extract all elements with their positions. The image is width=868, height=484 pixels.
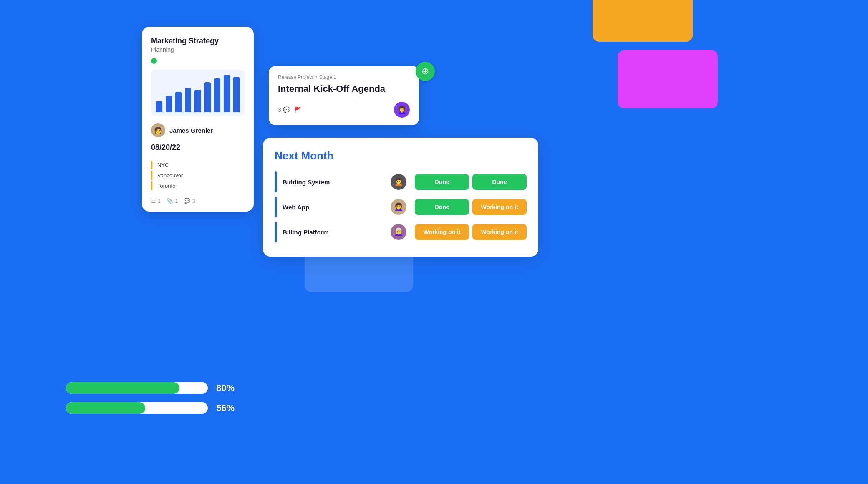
card-footer: ☰ 1 📎 1 💬 3	[151, 198, 245, 204]
attachments-icon: 📎 1	[167, 198, 178, 204]
bar-6	[204, 82, 211, 112]
row-name-bidding: Bidding System	[283, 179, 391, 186]
avatar-bidding: 🧑‍🦱	[391, 174, 406, 190]
location-list: NYC Vancouver Toronto	[151, 161, 245, 190]
progress-item-80: 80%	[66, 382, 235, 394]
card-subtitle: Planning	[151, 46, 245, 53]
location-nyc: NYC	[151, 161, 245, 169]
progress-section: 80% 56%	[66, 382, 235, 422]
task-title: Internal Kick-Off Agenda	[278, 83, 410, 94]
row-indicator	[275, 222, 277, 242]
progress-label-56: 56%	[216, 403, 235, 413]
flag-icon: 🚩	[294, 106, 301, 113]
avatar-billing: 👩‍🦳	[391, 224, 406, 240]
row-indicator	[275, 171, 277, 192]
marketing-strategy-card: Marketing Strategy Planning 🧑 James Gren…	[142, 27, 254, 212]
status-webapp-2: Working on it	[472, 199, 527, 215]
bar-8	[224, 75, 230, 112]
row-name-billing: Billing Platform	[283, 229, 391, 236]
avatar-james: 🧑	[151, 123, 165, 137]
bar-7	[214, 78, 220, 112]
progress-fill-80	[66, 382, 179, 394]
next-month-table-card: Next Month Bidding System 🧑‍🦱 Done Done …	[263, 138, 538, 257]
bar-4	[185, 88, 191, 113]
table-row: Web App 👩‍🦱 Done Working on it	[275, 197, 527, 217]
progress-item-56: 56%	[66, 402, 235, 414]
user-name: James Grenier	[169, 127, 213, 134]
status-billing-1: Working on it	[415, 224, 469, 240]
table-row: Billing Platform 👩‍🦳 Working on it Worki…	[275, 222, 527, 242]
progress-track-56	[66, 402, 208, 414]
table-title: Next Month	[275, 149, 527, 162]
table-row: Bidding System 🧑‍🦱 Done Done	[275, 171, 527, 192]
bar-9	[233, 77, 240, 113]
bar-1	[156, 101, 162, 112]
tasks-icon: ☰ 1	[151, 198, 161, 204]
card-date: 08/20/22	[151, 143, 245, 156]
bar-chart	[151, 70, 245, 116]
avatar-webapp: 👩‍🦱	[391, 199, 406, 215]
row-name-webapp: Web App	[283, 204, 391, 211]
task-avatar: 👩‍🦱	[394, 102, 410, 118]
status-webapp-1: Done	[415, 199, 469, 215]
bg-orange-block	[593, 0, 693, 42]
task-card: Release Project > Stage 1 Internal Kick-…	[269, 66, 419, 125]
status-dot	[151, 58, 157, 64]
status-bidding-1: Done	[415, 174, 469, 190]
status-bidding-2: Done	[472, 174, 527, 190]
user-row: 🧑 James Grenier	[151, 123, 245, 137]
comment-count: 3 💬	[278, 106, 290, 113]
task-icons: 3 💬 🚩	[278, 106, 301, 113]
breadcrumb: Release Project > Stage 1	[278, 74, 410, 80]
bar-3	[175, 92, 182, 113]
row-indicator	[275, 197, 277, 217]
bar-5	[194, 90, 201, 112]
card-title: Marketing Strategy	[151, 37, 245, 45]
location-vancouver: Vancouver	[151, 171, 245, 180]
progress-label-80: 80%	[216, 383, 235, 393]
task-card-footer: 3 💬 🚩 👩‍🦱	[278, 102, 410, 118]
status-billing-2: Working on it	[472, 224, 527, 240]
location-toronto: Toronto	[151, 182, 245, 190]
bar-2	[166, 96, 172, 113]
progress-track-80	[66, 382, 208, 394]
bg-magenta-block	[618, 50, 718, 108]
comments-icon: 💬 3	[184, 198, 195, 204]
progress-fill-56	[66, 402, 145, 414]
move-icon[interactable]: ⊕	[416, 62, 435, 81]
